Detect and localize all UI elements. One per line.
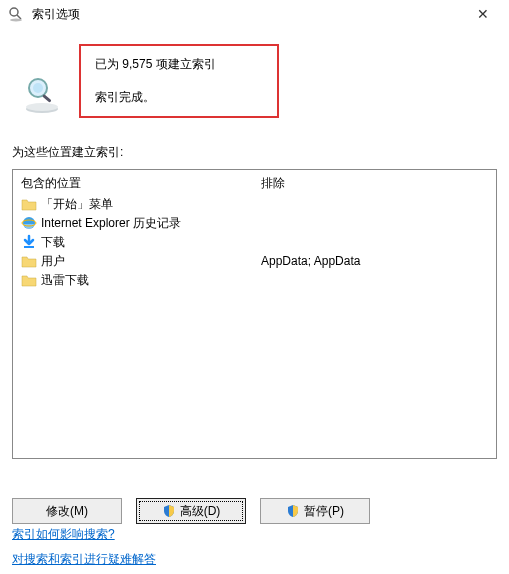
modify-button[interactable]: 修改(M) — [12, 498, 122, 524]
close-button[interactable]: ✕ — [465, 3, 501, 25]
status-count: 已为 9,575 项建立索引 — [95, 56, 263, 73]
locations-listbox[interactable]: 包含的位置 排除 「开始」菜单Internet Explorer 历史记录下载用… — [12, 169, 497, 459]
button-row: 修改(M) 高级(D) 暂停(P) — [12, 498, 370, 524]
list-item[interactable]: 「开始」菜单 — [21, 195, 488, 213]
help-links: 索引如何影响搜索? 对搜索和索引进行疑难解答 — [12, 526, 156, 568]
app-icon — [8, 6, 24, 22]
item-excluded: AppData; AppData — [261, 254, 488, 268]
item-name: 迅雷下载 — [41, 272, 261, 289]
shield-icon — [162, 504, 176, 518]
list-item[interactable]: 下载 — [21, 233, 488, 251]
help-link[interactable]: 索引如何影响搜索? — [12, 526, 156, 543]
status-area: 已为 9,575 项建立索引 索引完成。 — [0, 34, 509, 114]
list-item[interactable]: Internet Explorer 历史记录 — [21, 214, 488, 232]
pause-label: 暂停(P) — [304, 503, 344, 520]
modify-label: 修改(M) — [46, 503, 88, 520]
svg-point-0 — [10, 8, 18, 16]
item-name: 下载 — [41, 234, 261, 251]
folder-icon — [21, 253, 37, 269]
status-done: 索引完成。 — [95, 89, 263, 106]
advanced-label: 高级(D) — [180, 503, 221, 520]
download-icon — [21, 234, 37, 250]
item-name: 用户 — [41, 253, 261, 270]
titlebar: 索引选项 ✕ — [0, 0, 509, 28]
ie-icon — [21, 215, 37, 231]
svg-line-1 — [17, 15, 21, 19]
section-label: 为这些位置建立索引: — [12, 144, 509, 161]
svg-point-4 — [26, 103, 58, 111]
item-name: Internet Explorer 历史记录 — [41, 215, 261, 232]
list-item[interactable]: 用户AppData; AppData — [21, 252, 488, 270]
item-name: 「开始」菜单 — [41, 196, 261, 213]
list-item[interactable]: 迅雷下载 — [21, 271, 488, 289]
svg-point-6 — [33, 83, 43, 93]
troubleshoot-link[interactable]: 对搜索和索引进行疑难解答 — [12, 551, 156, 568]
svg-rect-7 — [42, 94, 52, 103]
svg-rect-10 — [24, 246, 34, 248]
list-header: 包含的位置 排除 — [13, 170, 496, 192]
shield-icon — [286, 504, 300, 518]
advanced-button[interactable]: 高级(D) — [136, 498, 246, 524]
pause-button[interactable]: 暂停(P) — [260, 498, 370, 524]
status-highlight-box: 已为 9,575 项建立索引 索引完成。 — [79, 44, 279, 118]
folder-icon — [21, 196, 37, 212]
svg-point-2 — [10, 19, 22, 22]
col-included: 包含的位置 — [21, 175, 261, 192]
col-excluded: 排除 — [261, 175, 488, 192]
folder-icon — [21, 272, 37, 288]
magnifier-icon — [22, 74, 62, 114]
window-title: 索引选项 — [32, 6, 465, 23]
